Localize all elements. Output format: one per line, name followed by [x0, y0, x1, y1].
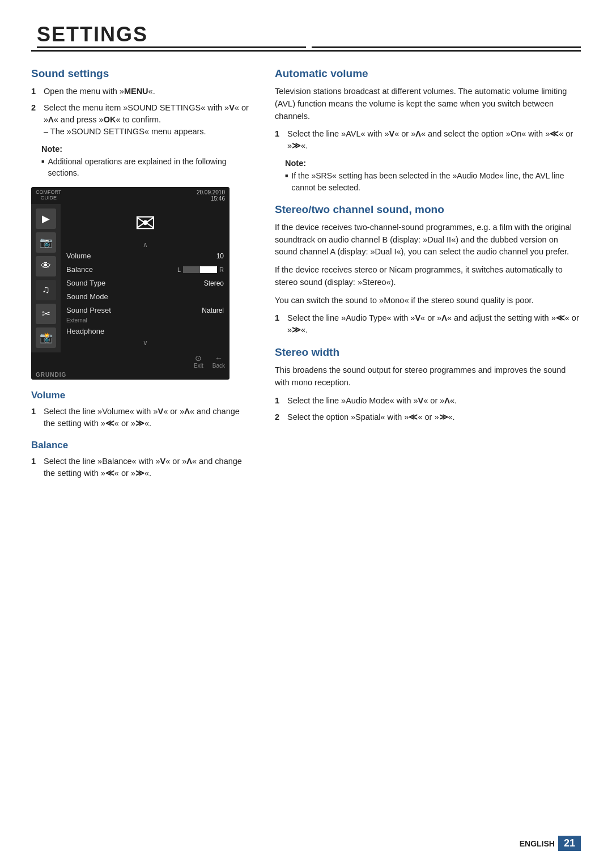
sound-settings-heading: Sound settings	[31, 67, 252, 80]
stereo-mono-para2: If the device receives stereo or Nicam p…	[275, 264, 581, 289]
note-item: Additional operations are explained in t…	[41, 156, 252, 179]
auto-volume-section: Automatic volume Television stations bro…	[275, 67, 581, 193]
page: SETTINGS Sound settings 1 Open the menu …	[0, 0, 612, 868]
tv-row-sound-preset: Sound Preset Naturel	[61, 304, 230, 317]
stereo-mono-para3: You can switch the sound to »Mono« if th…	[275, 295, 581, 307]
sound-settings-steps: 1 Open the menu with »MENU«. 2 Select th…	[31, 86, 252, 138]
balance-heading: Balance	[31, 440, 252, 451]
step-1-text: Open the menu with »MENU«.	[44, 86, 155, 97]
avl-note-label: Note:	[285, 159, 581, 168]
tv-exit-btn: ⊙ Exit	[194, 354, 203, 369]
tv-exit-label: Exit	[194, 363, 203, 369]
two-col-layout: Sound settings 1 Open the menu with »MEN…	[31, 67, 581, 490]
stereo-width-steps: 1 Select the line »Audio Mode« with »V« …	[275, 395, 581, 423]
note-label: Note:	[41, 144, 252, 154]
balance-step-1: 1 Select the line »Balance« with »V« or …	[31, 456, 252, 479]
tv-external-sub: External	[61, 317, 230, 325]
tv-row-balance: Balance L R	[61, 263, 230, 276]
tv-balance-bar: L R	[177, 266, 224, 273]
tv-sound-mode-label: Sound Mode	[66, 292, 224, 301]
tv-row-sound-type: Sound Type Stereo	[61, 276, 230, 290]
title-line	[312, 46, 581, 48]
tv-date: 20.09.201015:46	[197, 189, 225, 202]
tv-icon-2: 📷	[36, 232, 56, 253]
tv-headphone-label: Headphone	[66, 327, 224, 335]
tv-icon-5: ✂	[36, 304, 56, 324]
tv-bottom-bar: ⊙ Exit ← Back	[31, 352, 230, 370]
left-column: Sound settings 1 Open the menu with »MEN…	[31, 67, 252, 490]
volume-section: Volume 1 Select the line »Volume« with »…	[31, 390, 252, 429]
tv-icon-3: 👁	[36, 256, 56, 276]
stereo-width-step-2: 2 Select the option »Spatial« with »≪« o…	[275, 411, 581, 423]
volume-steps: 1 Select the line »Volume« with »V« or »…	[31, 406, 252, 429]
tv-balance-fill	[200, 266, 217, 273]
balance-step-text: Select the line »Balance« with »V« or »Λ…	[44, 456, 252, 479]
stereo-mono-heading: Stereo/two channel sound, mono	[275, 203, 581, 216]
auto-volume-steps: 1 Select the line »AVL« with »V« or »Λ« …	[275, 128, 581, 152]
tv-back-label: Back	[212, 363, 225, 369]
avl-note-item: If the »SRS« setting has been selected i…	[285, 170, 581, 193]
tv-sound-type-value: Stereo	[204, 279, 224, 287]
step-2-text: Select the menu item »SOUND SETTINGS« wi…	[44, 102, 252, 138]
balance-steps: 1 Select the line »Balance« with »V« or …	[31, 456, 252, 479]
stereo-mono-step-1: 1 Select the line »Audio Type« with »V« …	[275, 312, 581, 336]
stereo-mono-section: Stereo/two channel sound, mono If the de…	[275, 203, 581, 337]
tv-volume-value: 10	[216, 252, 224, 260]
title-text: SETTINGS	[37, 23, 306, 48]
footer-language: ENGLISH	[520, 839, 555, 848]
stereo-width-heading: Stereo width	[275, 346, 581, 359]
stereo-mono-step-num: 1	[275, 312, 283, 336]
tv-main-area: ▶ 📷 👁 ♫ ✂ 📸 ✉ ∧ Volume	[31, 204, 230, 352]
tv-back-icon: ←	[212, 354, 225, 363]
balance-section: Balance 1 Select the line »Balance« with…	[31, 440, 252, 479]
grundig-brand: GRUNDIG	[31, 370, 230, 380]
auto-volume-para1: Television stations broadcast at differe…	[275, 86, 581, 122]
tv-back-btn: ← Back	[212, 354, 225, 369]
tv-top-bar: COMFORTGUIDE 20.09.201015:46	[31, 187, 230, 204]
tv-icon-6: 📸	[36, 327, 56, 348]
tv-row-volume: Volume 10	[61, 249, 230, 263]
stereo-width-step-1-text: Select the line »Audio Mode« with »V« or…	[287, 395, 457, 407]
stereo-width-step-2-text: Select the option »Spatial« with »≪« or …	[287, 411, 455, 423]
tv-comfort-guide: COMFORTGUIDE	[36, 190, 61, 201]
step-1-num: 1	[31, 86, 39, 97]
avl-step-1: 1 Select the line »AVL« with »V« or »Λ« …	[275, 128, 581, 152]
page-title: SETTINGS	[31, 23, 581, 52]
tv-menu-screenshot: COMFORTGUIDE 20.09.201015:46 ▶ 📷 👁 ♫ ✂ 📸	[31, 187, 230, 380]
tv-exit-icon: ⊙	[194, 354, 203, 363]
avl-note-text: If the »SRS« setting has been selected i…	[291, 170, 581, 193]
right-column: Automatic volume Television stations bro…	[275, 67, 581, 490]
tv-content: ✉ ∧ Volume 10 Balance L	[61, 204, 230, 352]
tv-sound-preset-label: Sound Preset	[66, 306, 202, 314]
footer: ENGLISH 21	[520, 836, 581, 851]
tv-row-sound-mode: Sound Mode	[61, 290, 230, 304]
tv-sound-type-label: Sound Type	[66, 279, 204, 287]
footer-page-number: 21	[558, 836, 581, 851]
stereo-width-step-2-num: 2	[275, 411, 283, 423]
tv-icon-1: ▶	[36, 209, 56, 229]
tv-arrow-up: ∧	[61, 241, 230, 249]
note-block: Note: Additional operations are explaine…	[41, 144, 252, 179]
tv-balance-r: R	[219, 266, 224, 273]
step-2-num: 2	[31, 102, 39, 138]
tv-row-headphone: Headphone	[61, 325, 230, 338]
avl-step-text: Select the line »AVL« with »V« or »Λ« an…	[287, 128, 581, 152]
tv-headphone-icon: ✉	[61, 206, 230, 240]
step-1: 1 Open the menu with »MENU«.	[31, 86, 252, 97]
avl-step-num: 1	[275, 128, 283, 152]
tv-balance-label: Balance	[66, 265, 177, 274]
stereo-mono-para1: If the device receives two-channel-sound…	[275, 222, 581, 258]
volume-step-num: 1	[31, 406, 39, 429]
tv-sidebar: ▶ 📷 👁 ♫ ✂ 📸	[31, 204, 61, 352]
tv-volume-label: Volume	[66, 252, 216, 260]
stereo-width-section: Stereo width This broadens the sound out…	[275, 346, 581, 423]
stereo-width-step-1-num: 1	[275, 395, 283, 407]
tv-balance-l: L	[177, 266, 181, 273]
stereo-mono-step-text: Select the line »Audio Type« with »V« or…	[287, 312, 581, 336]
note-text: Additional operations are explained in t…	[48, 156, 252, 179]
volume-step-text: Select the line »Volume« with »V« or »Λ«…	[44, 406, 252, 429]
tv-arrow-down: ∨	[61, 339, 230, 347]
auto-volume-heading: Automatic volume	[275, 67, 581, 80]
volume-heading: Volume	[31, 390, 252, 401]
step-2: 2 Select the menu item »SOUND SETTINGS« …	[31, 102, 252, 138]
